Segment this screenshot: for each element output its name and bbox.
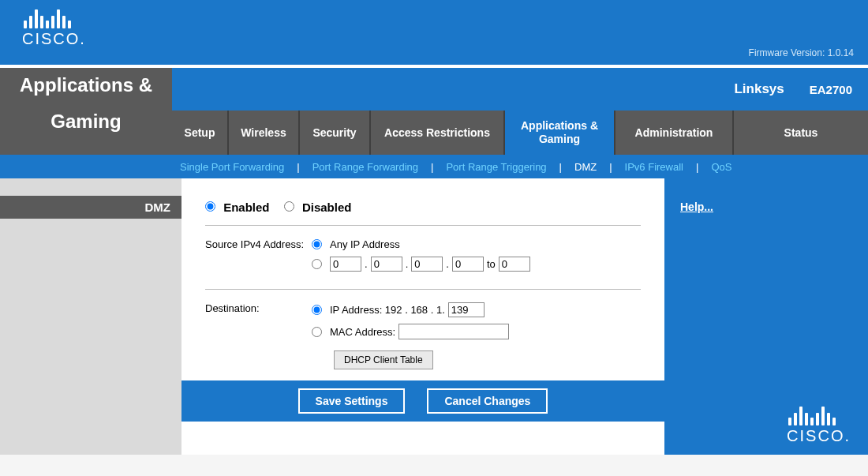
subtab-port-range-forwarding[interactable]: Port Range Forwarding xyxy=(305,161,426,173)
dest-mac-input[interactable] xyxy=(398,324,509,339)
tab-access-restrictions[interactable]: Access Restrictions xyxy=(371,111,505,155)
save-settings-button[interactable]: Save Settings xyxy=(298,388,406,414)
tab-status[interactable]: Status xyxy=(734,111,868,155)
action-bar: Save Settings Cancel Changes xyxy=(181,380,664,422)
src-ip-d[interactable] xyxy=(452,257,484,272)
subtab-ipv6-firewall[interactable]: IPv6 Firewall xyxy=(617,161,691,173)
subtab-dmz[interactable]: DMZ xyxy=(567,161,604,173)
section-title-line1: Applications & xyxy=(0,68,172,111)
subtab-single-port-forwarding[interactable]: Single Port Forwarding xyxy=(172,161,292,173)
cisco-wordmark-footer: CISCO. xyxy=(787,427,851,445)
dhcp-client-table-button[interactable]: DHCP Client Table xyxy=(334,350,433,369)
dest-ip-row: IP Address: 192 . 168 . 1. xyxy=(312,302,641,317)
tab-setup[interactable]: Setup xyxy=(172,111,229,155)
divider xyxy=(205,289,641,290)
src-ip-c[interactable] xyxy=(411,257,443,272)
main-tabs: Setup Wireless Security Access Restricti… xyxy=(172,111,868,155)
dest-ip-radio[interactable] xyxy=(312,305,322,315)
dest-mac-radio[interactable] xyxy=(312,327,322,337)
source-ip-row: Source IPv4 Address: Any IP Address . . … xyxy=(205,238,641,278)
destination-row: Destination: IP Address: 192 . 168 . 1. … xyxy=(205,302,641,369)
ip-range-radio[interactable] xyxy=(312,259,322,269)
tab-wireless[interactable]: Wireless xyxy=(229,111,300,155)
panel-heading: DMZ xyxy=(0,196,181,219)
disabled-option[interactable]: Disabled xyxy=(284,201,352,214)
dmz-state-row: Enabled Disabled xyxy=(205,201,641,214)
dest-ip-last-octet[interactable] xyxy=(448,302,485,317)
sep: | xyxy=(609,161,612,173)
brand-strip: Linksys EA2700 xyxy=(172,68,868,111)
divider xyxy=(205,225,641,226)
dest-mac-row: MAC Address: xyxy=(312,324,641,339)
any-ip-row: Any IP Address xyxy=(312,238,641,250)
to-label: to xyxy=(487,258,496,270)
sep: | xyxy=(297,161,299,173)
brand-label: Linksys xyxy=(734,81,784,97)
cisco-bars-icon xyxy=(788,403,851,425)
dest-mac-label: MAC Address: xyxy=(330,326,395,338)
help-link[interactable]: Help... xyxy=(680,201,713,213)
enabled-radio[interactable] xyxy=(205,201,215,212)
destination-label: Destination: xyxy=(205,302,312,369)
tab-applications-gaming[interactable]: Applications & Gaming xyxy=(505,111,615,155)
sep: | xyxy=(696,161,698,173)
main-nav: Gaming Setup Wireless Security Access Re… xyxy=(0,111,868,155)
any-ip-label: Any IP Address xyxy=(330,238,400,250)
source-ip-body: Any IP Address . . . to xyxy=(312,238,641,278)
content: DMZ Enabled Disabled Source IPv4 Address… xyxy=(0,178,868,455)
tab-applications-gaming-label: Applications & Gaming xyxy=(516,119,603,146)
tab-administration[interactable]: Administration xyxy=(615,111,734,155)
disabled-label: Disabled xyxy=(302,201,352,214)
cisco-logo-footer: CISCO. xyxy=(787,403,851,445)
cancel-changes-button[interactable]: Cancel Changes xyxy=(427,388,548,414)
section-band: Applications & Linksys EA2700 xyxy=(0,68,868,111)
cisco-bars-icon xyxy=(24,6,86,28)
form-panel: Enabled Disabled Source IPv4 Address: An… xyxy=(181,178,664,455)
section-title-line2: Gaming xyxy=(0,111,172,155)
sep: | xyxy=(431,161,433,173)
cisco-wordmark: CISCO. xyxy=(22,30,86,48)
top-header: CISCO. Firmware Version: 1.0.14 xyxy=(0,0,868,65)
disabled-radio[interactable] xyxy=(284,201,294,212)
cisco-logo: CISCO. xyxy=(22,6,86,48)
ip-range-row: . . . to xyxy=(312,257,641,272)
sep: | xyxy=(559,161,562,173)
any-ip-radio[interactable] xyxy=(312,239,322,249)
src-ip-to[interactable] xyxy=(499,257,530,272)
model-label: EA2700 xyxy=(810,83,852,96)
dest-ip-prefix: IP Address: 192 . 168 . 1. xyxy=(330,304,445,316)
enabled-label: Enabled xyxy=(223,201,269,214)
right-column: Help... CISCO. xyxy=(664,178,868,455)
src-ip-b[interactable] xyxy=(371,257,402,272)
enabled-option[interactable]: Enabled xyxy=(205,201,273,214)
firmware-version: Firmware Version: 1.0.14 xyxy=(749,47,854,58)
left-column: DMZ xyxy=(0,178,181,455)
sub-nav: Single Port Forwarding | Port Range Forw… xyxy=(0,155,868,178)
subtab-port-range-triggering[interactable]: Port Range Triggering xyxy=(438,161,554,173)
source-ip-label: Source IPv4 Address: xyxy=(205,238,312,278)
destination-body: IP Address: 192 . 168 . 1. MAC Address: … xyxy=(312,302,641,369)
tab-security[interactable]: Security xyxy=(300,111,371,155)
subtab-qos[interactable]: QoS xyxy=(703,161,739,173)
src-ip-a[interactable] xyxy=(330,257,361,272)
